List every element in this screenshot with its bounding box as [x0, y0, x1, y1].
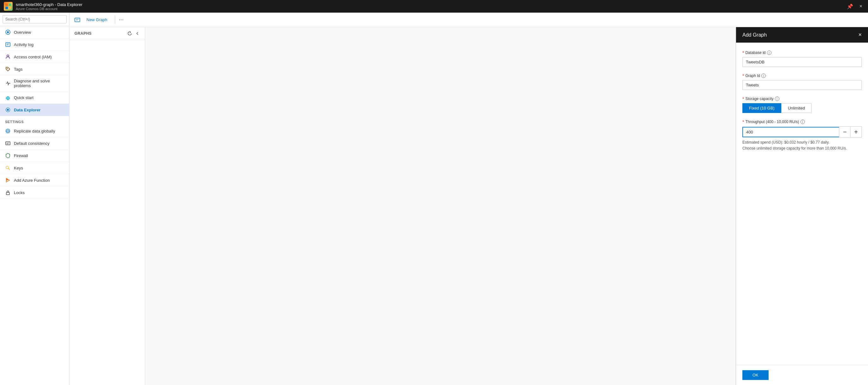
sidebar-item-consistency[interactable]: Default consistency — [0, 137, 69, 150]
sidebar-item-azure-function[interactable]: Add Azure Function — [0, 174, 69, 187]
replicate-icon — [5, 128, 11, 134]
svg-rect-0 — [5, 3, 8, 6]
svg-line-24 — [9, 168, 9, 169]
refresh-button[interactable] — [127, 31, 132, 36]
throughput-label-text: Throughput (400 - 10,000 RU/s) — [745, 120, 799, 124]
sidebar-item-diagnose[interactable]: Diagnose and solve problems — [0, 75, 69, 92]
app-title: smarthotel360-graph - Data Explorer — [16, 2, 82, 7]
sidebar-label-data-explorer: Data Explorer — [14, 107, 41, 113]
storage-capacity-group: * Storage capacity i Fixed (10 GB) Unlim… — [742, 96, 862, 113]
sidebar-search-container — [0, 12, 69, 26]
sidebar-label-overview: Overview — [14, 30, 31, 35]
sidebar-item-replicate[interactable]: Replicate data globally — [0, 125, 69, 137]
graph-id-required: * — [742, 73, 744, 78]
sidebar-label-activity-log: Activity log — [14, 42, 33, 47]
tags-icon — [5, 66, 11, 72]
sidebar-label-azure-function: Add Azure Function — [14, 178, 50, 183]
svg-point-5 — [7, 31, 9, 33]
sidebar-item-firewall[interactable]: Firewall — [0, 150, 69, 162]
new-graph-button[interactable]: New Graph — [83, 15, 111, 24]
function-icon — [5, 178, 11, 183]
sidebar-item-activity-log[interactable]: Activity log — [0, 38, 69, 51]
new-graph-icon — [74, 17, 80, 23]
activity-icon — [5, 42, 11, 47]
firewall-icon — [5, 153, 11, 158]
add-graph-title: Add Graph — [742, 32, 767, 38]
graphs-panel-title: GRAPHS — [74, 31, 92, 36]
graph-id-label: * Graph Id i — [742, 73, 862, 78]
database-id-label: * Database id i — [742, 50, 862, 55]
spend-note: Estimated spend (USD): $0.032 hourly / $… — [742, 139, 862, 152]
locks-icon — [5, 190, 11, 195]
database-id-required: * — [742, 50, 744, 55]
quickstart-icon — [5, 95, 11, 100]
sidebar-label-locks: Locks — [14, 190, 25, 195]
sidebar-item-quick-start[interactable]: Quick start — [0, 92, 69, 104]
sidebar: Overview Activity log Access control (IA… — [0, 12, 69, 385]
window-close-button[interactable]: × — [858, 3, 864, 10]
svg-rect-1 — [8, 3, 11, 6]
capacity-buttons: Fixed (10 GB) Unlimited — [742, 103, 862, 113]
svg-point-10 — [7, 68, 8, 69]
iam-icon — [5, 54, 11, 60]
storage-info-icon[interactable]: i — [775, 97, 779, 101]
svg-rect-27 — [6, 193, 9, 195]
storage-capacity-label: * Storage capacity i — [742, 96, 862, 101]
throughput-row: − + — [742, 126, 862, 137]
toolbar: New Graph ··· — [69, 12, 868, 27]
sidebar-label-consistency: Default consistency — [14, 141, 50, 146]
spend-note-line2: Choose unlimited storage capacity for mo… — [742, 146, 862, 152]
throughput-group: * Throughput (400 - 10,000 RU/s) i − + E… — [742, 119, 862, 152]
svg-rect-2 — [5, 7, 8, 9]
throughput-label: * Throughput (400 - 10,000 RU/s) i — [742, 119, 862, 124]
collapse-button[interactable] — [135, 31, 140, 36]
database-id-input[interactable] — [742, 57, 862, 67]
graphs-panel: GRAPHS — [69, 27, 145, 385]
throughput-increment-button[interactable]: + — [850, 126, 862, 137]
svg-point-15 — [7, 109, 9, 111]
throughput-info-icon[interactable]: i — [801, 120, 805, 124]
sidebar-label-keys: Keys — [14, 166, 23, 170]
sidebar-item-iam[interactable]: Access control (IAM) — [0, 51, 69, 63]
graph-id-info-icon[interactable]: i — [761, 73, 766, 78]
sidebar-item-overview[interactable]: Overview — [0, 26, 69, 38]
title-bar: smarthotel360-graph - Data Explorer Azur… — [0, 0, 868, 12]
dataexplorer-icon — [5, 107, 11, 113]
add-graph-close-button[interactable]: × — [858, 32, 862, 38]
svg-marker-26 — [6, 178, 8, 181]
pin-button[interactable]: 📌 — [845, 3, 855, 10]
graph-id-input[interactable] — [742, 80, 862, 90]
svg-rect-20 — [6, 142, 10, 145]
settings-section-label: SETTINGS — [0, 116, 69, 125]
database-id-info-icon[interactable]: i — [767, 51, 771, 55]
app-subtitle: Azure Cosmos DB account — [16, 7, 82, 11]
throughput-decrement-button[interactable]: − — [839, 126, 850, 137]
app-logo — [4, 2, 12, 11]
sidebar-item-data-explorer[interactable]: Data Explorer — [0, 104, 69, 116]
sidebar-item-locks[interactable]: Locks — [0, 187, 69, 199]
keys-icon — [5, 165, 11, 171]
sidebar-label-diagnose: Diagnose and solve problems — [14, 78, 64, 88]
add-graph-panel: Add Graph × * Database id i — [736, 27, 868, 385]
throughput-input[interactable] — [742, 127, 839, 137]
graph-id-group: * Graph Id i — [742, 73, 862, 90]
graph-id-label-text: Graph Id — [745, 73, 760, 78]
ok-button[interactable]: OK — [742, 370, 769, 380]
diagnose-icon — [5, 81, 11, 86]
sidebar-item-keys[interactable]: Keys — [0, 162, 69, 174]
fixed-capacity-button[interactable]: Fixed (10 GB) — [742, 103, 781, 113]
sidebar-item-tags[interactable]: Tags — [0, 63, 69, 75]
search-input[interactable] — [2, 15, 67, 23]
sidebar-label-iam: Access control (IAM) — [14, 55, 52, 59]
add-graph-footer: OK — [736, 365, 868, 385]
database-id-group: * Database id i — [742, 50, 862, 67]
sidebar-label-firewall: Firewall — [14, 153, 28, 158]
storage-capacity-label-text: Storage capacity — [745, 97, 773, 101]
toolbar-more-button[interactable]: ··· — [119, 17, 124, 23]
add-graph-body: * Database id i * Graph Id i — [736, 42, 868, 365]
svg-point-9 — [7, 55, 9, 57]
content-area: New Graph ··· GRAPHS — [69, 12, 868, 385]
unlimited-capacity-button[interactable]: Unlimited — [781, 103, 811, 113]
sidebar-label-quick-start: Quick start — [14, 95, 33, 100]
throughput-required: * — [742, 119, 744, 124]
